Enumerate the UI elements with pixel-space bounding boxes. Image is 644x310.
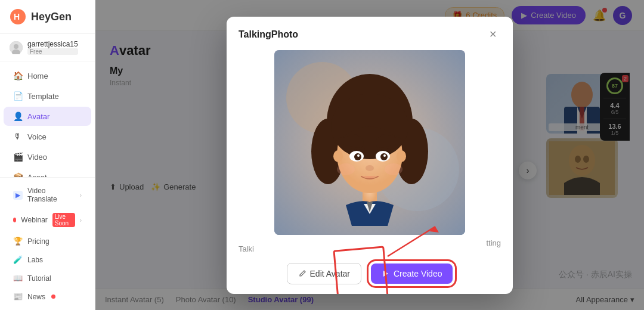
nav-label-video: Video bbox=[27, 153, 47, 162]
main-nav: 🏠 Home 📄 Template 👤 Avatar 🎙 Voice 🎬 Vid… bbox=[0, 61, 95, 177]
heygen-logo-icon: H bbox=[10, 8, 26, 25]
edit-avatar-label: Edit Avatar bbox=[310, 269, 350, 278]
avatar-icon: 👤 bbox=[13, 111, 23, 121]
svg-point-3 bbox=[14, 44, 18, 49]
live-soon-badge: Live Soon bbox=[52, 213, 75, 227]
video-icon: 🎬 bbox=[13, 152, 23, 162]
sidebar-item-asset[interactable]: 📦 Asset bbox=[4, 168, 91, 177]
sidebar-item-video-translate[interactable]: ▶ Video Translate › bbox=[4, 182, 91, 207]
username: garrettjessica15 bbox=[27, 40, 78, 48]
user-info: garrettjessica15 Free bbox=[27, 40, 78, 55]
template-icon: 📄 bbox=[13, 91, 23, 101]
sidebar-item-labs[interactable]: 🧪 Labs bbox=[4, 251, 91, 268]
sidebar-item-template[interactable]: 📄 Template bbox=[4, 86, 91, 106]
edit-avatar-button[interactable]: Edit Avatar bbox=[287, 263, 361, 284]
svg-point-23 bbox=[397, 150, 406, 162]
asset-icon: 📦 bbox=[13, 172, 23, 177]
sidebar-footer: ▶ Video Translate › Webinar Live Soon › … bbox=[0, 177, 95, 310]
svg-point-29 bbox=[357, 154, 360, 157]
create-video-modal-button[interactable]: Create Video bbox=[371, 264, 453, 284]
svg-point-32 bbox=[337, 163, 355, 175]
portrait-svg bbox=[274, 50, 465, 235]
nav-label-template: Template bbox=[27, 92, 59, 101]
nav-label-tutorial: Tutorial bbox=[27, 274, 51, 283]
talking-photo-image bbox=[274, 50, 465, 235]
user-avatar-icon bbox=[10, 41, 23, 54]
modal-photo-label: Talki bbox=[239, 244, 254, 253]
nav-label-video-translate: Video Translate bbox=[27, 187, 75, 203]
modal-overlay[interactable]: TalkingPhoto ✕ bbox=[95, 0, 644, 310]
nav-label-voice: Voice bbox=[27, 132, 47, 141]
news-notification-dot bbox=[51, 294, 55, 299]
home-icon: 🏠 bbox=[13, 71, 23, 80]
nav-label-asset: Asset bbox=[27, 173, 47, 178]
labs-icon: 🧪 bbox=[13, 255, 23, 264]
svg-point-27 bbox=[354, 153, 361, 160]
modal-body: Talki tting bbox=[227, 50, 513, 253]
svg-text:H: H bbox=[14, 12, 20, 21]
nav-label-webinar: Webinar bbox=[21, 216, 47, 224]
svg-marker-34 bbox=[383, 271, 388, 277]
modal-label-suffix: tting bbox=[486, 238, 501, 253]
svg-point-33 bbox=[385, 163, 402, 175]
sidebar-item-pricing[interactable]: 🏆 Pricing bbox=[4, 232, 91, 250]
logo-area: H HeyGen bbox=[0, 0, 95, 34]
nav-label-labs: Labs bbox=[27, 256, 43, 264]
pricing-icon: 🏆 bbox=[13, 237, 23, 246]
modal-footer: Edit Avatar Create Video bbox=[227, 253, 513, 294]
news-icon: 📰 bbox=[13, 292, 23, 301]
modal-label-row: Talki tting bbox=[239, 238, 501, 253]
app-container: H HeyGen garrettjessica15 Free 🏠 Home 📄 … bbox=[0, 0, 644, 310]
nav-label-pricing: Pricing bbox=[27, 237, 49, 246]
modal-title: TalkingPhoto bbox=[239, 29, 298, 40]
sidebar-item-home[interactable]: 🏠 Home bbox=[4, 66, 91, 85]
edit-icon bbox=[298, 269, 306, 278]
nav-label-home: Home bbox=[27, 72, 48, 80]
create-video-modal-icon bbox=[382, 269, 390, 278]
sidebar-item-news[interactable]: 📰 News bbox=[4, 288, 91, 305]
sidebar-item-video[interactable]: 🎬 Video bbox=[4, 147, 91, 166]
sidebar-item-avatar[interactable]: 👤 Avatar bbox=[4, 107, 91, 126]
create-video-modal-label: Create Video bbox=[394, 269, 442, 278]
nav-label-avatar: Avatar bbox=[27, 112, 49, 121]
webinar-dot-icon bbox=[13, 218, 16, 222]
logo-text: HeyGen bbox=[31, 11, 72, 23]
voice-icon: 🎙 bbox=[13, 132, 23, 141]
svg-point-31 bbox=[366, 165, 374, 171]
tutorial-icon: 📖 bbox=[13, 274, 23, 283]
arrow-right-icon-webinar: › bbox=[80, 217, 82, 224]
svg-point-22 bbox=[333, 150, 343, 162]
svg-point-30 bbox=[383, 154, 386, 157]
sidebar-item-tutorial[interactable]: 📖 Tutorial bbox=[4, 269, 91, 287]
nav-label-news: News bbox=[27, 293, 45, 301]
sidebar-item-voice[interactable]: 🎙 Voice bbox=[4, 127, 91, 146]
modal-header: TalkingPhoto ✕ bbox=[227, 17, 513, 50]
video-translate-label-badge: ▶ bbox=[13, 191, 23, 200]
user-plan-badge: Free bbox=[27, 48, 78, 55]
modal-close-button[interactable]: ✕ bbox=[484, 26, 501, 43]
arrow-right-icon: › bbox=[80, 192, 82, 199]
sidebar: H HeyGen garrettjessica15 Free 🏠 Home 📄 … bbox=[0, 0, 95, 310]
sidebar-item-webinar[interactable]: Webinar Live Soon › bbox=[4, 209, 91, 231]
main-content: 🎁 6 Credits ▶ Create Video 🔔 G Avata bbox=[95, 0, 644, 310]
user-profile[interactable]: garrettjessica15 Free bbox=[0, 34, 95, 61]
talking-photo-modal: TalkingPhoto ✕ bbox=[227, 17, 513, 294]
svg-point-28 bbox=[380, 153, 388, 160]
